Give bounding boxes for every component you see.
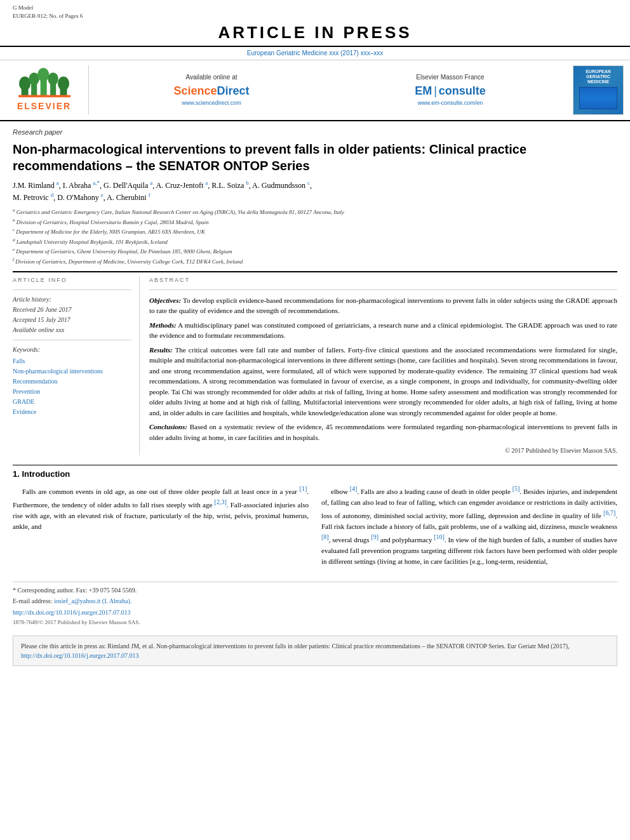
article-info-abstract-section: ARTICLE INFO Article history: Received 2… [13,276,617,455]
abstract-results: Results: The critical outcomes were fall… [149,345,617,418]
citation-text: Please cite this article in press as: Ri… [21,643,570,650]
citation-doi-link[interactable]: http://dx.doi.org/10.1016/j.eurger.2017.… [21,652,138,659]
sciencedirect-logo: ScienceDirect [173,83,249,99]
corresponding-author-note: * Corresponding author. Fax: +39 075 504… [13,586,617,595]
email-note: E-mail address: iosief_a@yahoo.it (I. Ab… [13,597,617,606]
intro-col-right: elbow [4]. Falls are also a leading caus… [321,484,617,571]
sciencedirect-section: Available online at ScienceDirect www.sc… [95,65,328,115]
header-logos-section: ELSEVIER Available online at ScienceDire… [0,60,630,121]
main-content: Research paper Non-pharmacological inter… [0,121,630,673]
article-title: Non-pharmacological interventions to pre… [13,141,617,174]
affiliation-f: f Division of Geriatrics, Department of … [13,257,617,267]
intro-col-left: Falls are common events in old age, as o… [13,484,309,571]
article-in-press-title: ARTICLE IN PRESS [0,21,630,44]
received-date: Received 26 June 2017 [13,305,131,314]
article-info-column: ARTICLE INFO Article history: Received 2… [13,276,140,455]
elsevier-tree-icon [16,67,73,99]
keyword-falls: Falls [13,356,131,366]
history-label: Article history: [13,295,131,304]
accepted-date: Accepted 15 July 2017 [13,316,131,324]
abstract-column: ABSTRACT Objectives: To develop explicit… [149,276,617,455]
article-in-press-bar: G Model EURGER-912; No. of Pages 6 ARTIC… [0,0,630,47]
paper-type-label: Research paper [13,128,617,137]
svg-point-7 [48,72,58,85]
abstract-conclusions: Conclusions: Based on a systematic revie… [149,422,617,443]
keyword-prevention: Prevention [13,387,131,397]
em-consulte-logo: EM | consulte [415,83,486,99]
svg-point-9 [57,76,69,90]
affiliation-b: b Division of Geriatrics, Hospital Unive… [13,217,617,227]
keyword-recommendation: Recommendation [13,377,131,387]
thick-divider [13,271,617,272]
svg-rect-10 [18,95,70,97]
keywords-label: Keywords: [13,345,131,354]
g-model-text: G Model EURGER-912; No. of Pages 6 [0,4,630,20]
abstract-label: ABSTRACT [149,276,617,284]
introduction-heading: 1. Introduction [13,469,617,480]
keyword-grade: GRADE [13,397,131,407]
svg-point-5 [37,68,49,82]
journal-citation-line: European Geriatric Medicine xxx (2017) x… [0,47,630,60]
abstract-objectives: Objectives: To develop explicit evidence… [149,295,617,316]
article-info-label: ARTICLE INFO [13,276,131,284]
abstract-methods: Methods: A multidisciplinary panel was c… [149,320,617,341]
journal-cover-image: EUROPEAN GERIATRIC MEDICINE [573,65,624,115]
keyword-non-pharm: Non-pharmacological interventions [13,366,131,377]
keywords-divider [13,340,131,340]
available-online-text: Available online at [186,73,238,82]
citation-bar: Please cite this article in press as: Ri… [13,636,617,666]
elsevier-wordmark: ELSEVIER [17,100,71,113]
svg-point-1 [19,76,30,90]
introduction-section: 1. Introduction Falls are common events … [13,465,617,571]
affiliation-a: a Geriatrics and Geriatric Emergency Car… [13,207,617,217]
info-divider [13,290,131,290]
elsevier-logo: ELSEVIER [6,65,89,115]
affiliation-d: d Landspitali University Hospital Reykja… [13,237,617,247]
em-consulte-url[interactable]: www.em-consulte.com/en [418,99,483,107]
issn-line: 1878-7649/© 2017 Published by Elsevier M… [13,618,617,627]
affiliation-e: e Department of Geriatrics, Ghent Univer… [13,246,617,257]
keywords-section: Keywords: Falls Non-pharmacological inte… [13,345,131,417]
intro-para2: elbow [4]. Falls are also a leading caus… [321,484,617,566]
intro-para1: Falls are common events in old age, as o… [13,484,309,532]
introduction-body: Falls are common events in old age, as o… [13,484,617,571]
abstract-divider [149,290,617,290]
doi-link[interactable]: http://dx.doi.org/10.1016/j.eurger.2017.… [13,608,617,617]
authors-list: J.M. Rimland a, I. Abraha a,*, G. Dell'A… [13,179,617,203]
keyword-evidence: Evidence [13,407,131,417]
available-online: Available online xxx [13,326,131,335]
footnote-section: * Corresponding author. Fax: +39 075 504… [13,582,617,627]
em-consulte-section: Elsevier Masson France EM | consulte www… [334,65,566,115]
email-link[interactable]: iosief_a@yahoo.it (I. Abraha). [54,597,131,604]
affiliations-section: a Geriatrics and Geriatric Emergency Car… [13,207,617,266]
copyright-line: © 2017 Published by Elsevier Masson SAS. [149,446,617,455]
affiliation-c: c Department of Medicine for the Elderly… [13,227,617,237]
elsevier-masson-label: Elsevier Masson France [416,73,484,82]
sciencedirect-url[interactable]: www.sciencedirect.com [182,99,241,107]
